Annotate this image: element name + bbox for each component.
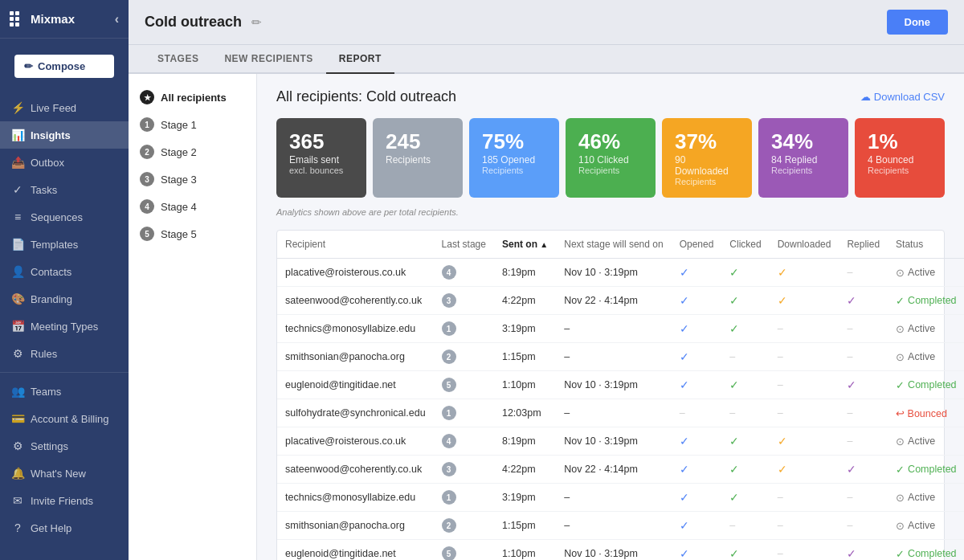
teams-icon: 👥 (11, 385, 24, 398)
sidebar-item-insights[interactable]: 📊 Insights (0, 121, 129, 149)
next-stage-cell: – (556, 512, 671, 540)
sidebar-item-whats-new[interactable]: 🔔 What's New (0, 460, 129, 487)
chart-icon: 📊 (11, 129, 24, 141)
clicked-check-icon: ✓ (729, 435, 739, 448)
sent-on-cell: 3:19pm (494, 315, 556, 343)
sidebar-item-invite-friends[interactable]: ✉ Invite Friends (0, 487, 129, 514)
downloaded-check-icon: ✓ (778, 463, 787, 476)
outbox-icon: 📤 (11, 156, 24, 169)
sidebar-item-settings[interactable]: ⚙ Settings (0, 432, 129, 460)
table-row: euglenoid@tingitidae.net 5 1:10pm Nov 10… (277, 540, 964, 561)
clicked-check-icon: ✓ (729, 322, 739, 335)
filter-stage-2[interactable]: 2 Stage 2 (129, 138, 256, 166)
stat-label: 4 Bounced (868, 154, 932, 166)
col-replied: Replied (839, 231, 888, 259)
recipient-email: euglenoid@tingitidae.net (277, 371, 434, 399)
tab-stages[interactable]: STAGES (145, 45, 211, 74)
opened-cell: ✓ (672, 484, 722, 512)
downloaded-cell: – (770, 484, 839, 512)
col-clicked: Clicked (721, 231, 769, 259)
tab-new-recipients[interactable]: NEW RECIPIENTS (211, 45, 325, 74)
empty-dash: – (847, 351, 852, 362)
sidebar-item-get-help[interactable]: ? Get Help (0, 514, 129, 542)
recipient-email: euglenoid@tingitidae.net (277, 540, 434, 561)
status-badge: Active (896, 492, 956, 504)
next-stage-cell: – (556, 315, 671, 343)
opened-check-icon: ✓ (680, 435, 689, 448)
filter-stage-1[interactable]: 1 Stage 1 (129, 111, 256, 138)
downloaded-cell: – (770, 512, 839, 540)
opened-check-icon: ✓ (680, 322, 689, 335)
sidebar-item-templates[interactable]: 📄 Templates (0, 231, 129, 258)
stat-label: 110 Clicked (578, 154, 643, 166)
download-csv-button[interactable]: ☁ Download CSV (860, 91, 945, 103)
stat-sublabel (386, 166, 450, 175)
sort-arrow-icon: ▲ (540, 240, 548, 249)
table-row: placative@roisterous.co.uk 4 8:19pm Nov … (277, 427, 964, 456)
clicked-cell: ✓ (721, 540, 769, 561)
sidebar-item-branding[interactable]: 🎨 Branding (0, 285, 129, 313)
app-logo: Mixmax ‹ (0, 0, 129, 39)
clicked-cell: ✓ (721, 371, 769, 399)
opened-cell: ✓ (672, 371, 722, 399)
sidebar-item-contacts[interactable]: 👤 Contacts (0, 258, 129, 285)
clicked-cell: ✓ (721, 287, 769, 315)
table-row: euglenoid@tingitidae.net 5 1:10pm Nov 10… (277, 371, 964, 399)
sidebar-item-account-billing[interactable]: 💳 Account & Billing (0, 405, 129, 432)
sidebar-item-live-feed[interactable]: ⚡ Live Feed (0, 94, 129, 121)
col-downloaded: Downloaded (770, 231, 839, 259)
sidebar-collapse-icon[interactable]: ‹ (115, 12, 119, 27)
empty-dash: – (778, 407, 783, 419)
stat-number: 365 (289, 129, 353, 154)
next-stage-cell: Nov 10 · 3:19pm (556, 371, 671, 399)
bell-icon: 🔔 (11, 467, 24, 480)
compose-button[interactable]: ✏ Compose (14, 55, 114, 78)
empty-dash: – (847, 267, 852, 278)
status-cell: ↩ Bounced (888, 399, 964, 427)
header: Cold outreach ✏ Done (129, 0, 964, 45)
filter-stage-5[interactable]: 5 Stage 5 (129, 220, 256, 247)
sidebar-item-label: Templates (31, 239, 78, 251)
opened-cell: ✓ (672, 259, 722, 287)
col-sent-on[interactable]: Sent on ▲ (494, 231, 556, 259)
replied-cell: – (839, 512, 888, 540)
sidebar-item-label: Outbox (31, 157, 64, 169)
sidebar-item-sequences[interactable]: ≡ Sequences (0, 203, 129, 231)
sent-on-cell: 1:15pm (494, 512, 556, 540)
table-row: technics@monosyllabize.edu 1 3:19pm – ✓ … (277, 484, 964, 512)
filter-all-recipients[interactable]: ★ All recipients (129, 84, 256, 111)
sidebar-item-meeting-types[interactable]: 📅 Meeting Types (0, 313, 129, 340)
downloaded-cell: ✓ (770, 427, 839, 456)
sidebar-divider (0, 372, 129, 373)
downloaded-cell: – (770, 540, 839, 561)
opened-cell: ✓ (672, 427, 722, 456)
sequences-icon: ≡ (11, 211, 24, 223)
replied-cell: ✓ (839, 456, 888, 484)
templates-icon: 📄 (11, 238, 24, 251)
last-stage-cell: 4 (434, 259, 494, 287)
replied-check-icon: ✓ (847, 547, 856, 560)
status-badge: Completed (896, 379, 956, 391)
tab-report[interactable]: REPORT (326, 45, 394, 74)
opened-check-icon: ✓ (680, 294, 689, 307)
sidebar-item-outbox[interactable]: 📤 Outbox (0, 149, 129, 176)
downloaded-cell: – (770, 343, 839, 371)
stage-number: 5 (442, 546, 456, 560)
all-recipients-badge: ★ (140, 90, 154, 104)
stat-recipients: 245 Recipients (373, 118, 463, 198)
opened-check-icon: ✓ (680, 463, 689, 476)
sidebar-item-tasks[interactable]: ✓ Tasks (0, 176, 129, 203)
downloaded-check-icon: ✓ (778, 435, 787, 448)
done-button[interactable]: Done (887, 10, 949, 35)
clicked-check-icon: ✓ (729, 378, 739, 391)
stats-row: 365 Emails sent excl. bounces 245 Recipi… (276, 118, 945, 198)
filter-stage-3[interactable]: 3 Stage 3 (129, 166, 256, 193)
recipients-table: Recipient Last stage Sent on ▲ Next stag… (277, 231, 964, 560)
sidebar-item-teams[interactable]: 👥 Teams (0, 378, 129, 405)
last-stage-cell: 3 (434, 287, 494, 315)
edit-icon[interactable]: ✏ (251, 15, 262, 30)
sidebar-item-rules[interactable]: ⚙ Rules (0, 340, 129, 367)
sidebar-item-label: Meeting Types (31, 321, 98, 333)
filter-stage-4[interactable]: 4 Stage 4 (129, 193, 256, 220)
empty-dash: – (847, 492, 852, 503)
